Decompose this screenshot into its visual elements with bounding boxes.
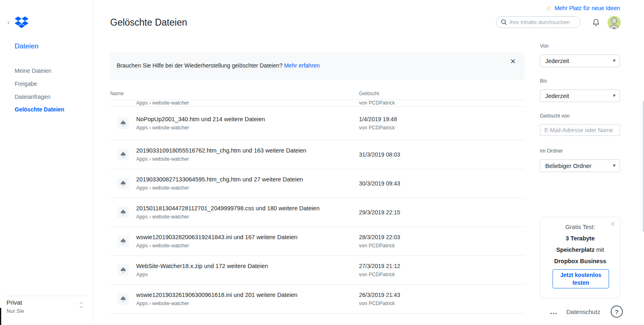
privacy-link[interactable]: Datenschutz: [566, 308, 600, 315]
filter-label-bis: Bis: [540, 78, 547, 84]
chevron-down-icon: ▾: [613, 92, 616, 98]
help-banner: Brauchen Sie Hilfe bei der Wiederherstel…: [110, 52, 524, 80]
deleted-by-field-wrap: [540, 124, 620, 136]
file-name[interactable]: wswie1201903282006319241843.ini und 167 …: [136, 234, 268, 240]
help-banner-text: Brauchen Sie Hilfe bei der Wiederherstel…: [117, 62, 320, 69]
screen-edge-artifact: [0, 308, 1, 325]
deleted-file-icon: [117, 264, 129, 276]
workspace-switcher-chevrons-icon[interactable]: [79, 301, 84, 310]
deleted-file-icon: [117, 118, 129, 129]
account-avatar[interactable]: [607, 16, 621, 29]
workspace-subtitle: Nur Sie: [7, 308, 24, 314]
file-path-breadcrumb[interactable]: Apps › website-watcher: [136, 100, 189, 106]
deleted-file-icon: [117, 236, 129, 247]
sidebar-footer-divider: [6, 296, 87, 296]
sidebar-collapse-icon[interactable]: ‹: [7, 18, 10, 26]
table-row[interactable]: 2015011813044728112701_2049999798.css un…: [110, 198, 524, 227]
deleted-by: von PCDPatrick: [359, 272, 400, 277]
upgrade-promo-link[interactable]: ☆Mehr Platz für neue Ideen: [546, 4, 620, 12]
file-name[interactable]: 2015011813044728112701_2049999798.css un…: [136, 205, 268, 212]
file-path-breadcrumb[interactable]: Apps › website-watcher: [136, 214, 268, 220]
sidebar-item-dateianfragen[interactable]: Dateianfragen: [15, 94, 50, 100]
sidebar-section-dateien[interactable]: Dateien: [15, 42, 39, 50]
dropbox-deleted-files-page: ‹ Dateien Meine Dateien Freigabe Dateian…: [0, 0, 644, 325]
more-options-icon[interactable]: …: [550, 307, 558, 316]
deleted-date: 1/4/2019 19:48: [359, 116, 397, 122]
sidebar-item-geloeschte-dateien[interactable]: Gelöschte Dateien: [15, 106, 64, 113]
promo-line-3: Speicherplatz mit: [540, 246, 620, 253]
filter-label-von: Von: [540, 43, 549, 49]
von-select-value: Jederzeit: [545, 58, 569, 64]
file-path-breadcrumb[interactable]: Apps › website-watcher: [136, 301, 268, 306]
page-title: Gelöschte Dateien: [110, 17, 187, 28]
trial-promo-card: × Gratis Test: 3 Terabyte Speicherplatz …: [540, 217, 620, 298]
deleted-by: von PCDPatrick: [359, 125, 397, 131]
promo-line-4: Dropbox Business: [540, 258, 620, 264]
sidebar: ‹ Dateien Meine Dateien Freigabe Dateian…: [0, 0, 94, 325]
workspace-title[interactable]: Privat: [7, 299, 22, 306]
filter-label-geloescht-von: Gelöscht von: [540, 113, 570, 119]
star-icon: ☆: [546, 4, 552, 12]
sidebar-item-freigabe[interactable]: Freigabe: [15, 81, 37, 87]
im-ordner-select[interactable]: Beliebiger Ordner ▾: [540, 159, 620, 172]
deleted-date: 28/3/2019 22:03: [359, 234, 400, 240]
file-name[interactable]: 201903310918055516762.htm_chg.htm und 16…: [136, 147, 268, 154]
dropbox-logo-icon[interactable]: [15, 15, 28, 29]
file-name[interactable]: wswie1201903261906300961618.ini und 201 …: [136, 292, 268, 298]
sidebar-item-meine-dateien[interactable]: Meine Dateien: [15, 68, 51, 74]
deleted-date: 29/3/2019 22:15: [359, 209, 400, 216]
file-path-breadcrumb[interactable]: Apps: [136, 272, 268, 277]
help-icon[interactable]: ?: [611, 305, 623, 318]
deleted-date: 26/3/2019 21:43: [359, 292, 400, 298]
deleted-date: 30/3/2019 09:43: [359, 180, 400, 187]
deleted-by: von PCDPatrick: [359, 243, 400, 249]
im-ordner-select-value: Beliebiger Ordner: [545, 163, 592, 169]
chevron-down-icon: ▾: [613, 57, 616, 63]
deleted-date: 31/3/2019 08:03: [359, 151, 400, 158]
filter-label-im-ordner: Im Ordner: [540, 148, 563, 154]
search-input[interactable]: [496, 16, 581, 28]
notifications-bell-icon[interactable]: [592, 18, 600, 27]
file-name[interactable]: 201903300827133064595.htm_chg.htm und 27…: [136, 176, 268, 183]
deleted-file-icon: [117, 293, 129, 305]
file-path-breadcrumb[interactable]: Apps › website-watcher: [136, 185, 268, 191]
table-header: Name Gelöscht: [110, 88, 524, 100]
table-row[interactable]: wswie1201903282006319241843.ini und 167 …: [110, 227, 524, 256]
upgrade-promo-label: Mehr Platz für neue Ideen: [555, 5, 620, 11]
promo-line-1: Gratis Test:: [540, 224, 620, 230]
table-row-partial[interactable]: Apps › website-watcher von PCDPatrick: [110, 100, 524, 107]
deleted-file-icon: [117, 207, 129, 218]
file-path-breadcrumb[interactable]: Apps › website-watcher: [136, 156, 268, 162]
promo-line-2: 3 Terabyte: [540, 235, 620, 242]
deleted-by: von PCDPatrick: [359, 100, 395, 106]
banner-close-icon[interactable]: ×: [510, 57, 516, 66]
column-header-name[interactable]: Name: [110, 91, 124, 96]
file-path-breadcrumb[interactable]: Apps › website-watcher: [136, 125, 268, 131]
deleted-by: von PCDPatrick: [359, 301, 400, 306]
deleted-file-icon: [117, 149, 129, 160]
table-row[interactable]: NoPopUp2001_340.htm und 214 weitere Date…: [110, 107, 524, 140]
von-select[interactable]: Jederzeit ▾: [540, 55, 620, 67]
deleted-by-field[interactable]: [540, 124, 620, 136]
bis-select-value: Jederzeit: [545, 93, 569, 99]
start-trial-button[interactable]: Jetzt kostenlos testen: [553, 269, 609, 288]
chevron-down-icon: ▾: [613, 162, 616, 168]
table-row[interactable]: wswie1201903261906300961618.ini und 201 …: [110, 285, 524, 314]
deleted-file-icon: [117, 178, 129, 189]
table-row[interactable]: 201903300827133064595.htm_chg.htm und 27…: [110, 169, 524, 198]
table-row[interactable]: WebSite-Watcher18.x.zip und 172 weitere …: [110, 256, 524, 285]
search-box: [496, 16, 581, 28]
file-name[interactable]: NoPopUp2001_340.htm und 214 weitere Date…: [136, 116, 268, 122]
deleted-files-list: Apps › website-watcher von PCDPatrick No…: [110, 100, 524, 314]
deleted-date: 27/3/2019 21:12: [359, 263, 400, 269]
table-row[interactable]: 201903310918055516762.htm_chg.htm und 16…: [110, 140, 524, 169]
bis-select[interactable]: Jederzeit ▾: [540, 89, 620, 102]
mehr-erfahren-link[interactable]: Mehr erfahren: [284, 62, 320, 69]
column-header-geloescht[interactable]: Gelöscht: [359, 91, 379, 96]
file-name[interactable]: WebSite-Watcher18.x.zip und 172 weitere …: [136, 263, 268, 269]
file-path-breadcrumb[interactable]: Apps › website-watcher: [136, 243, 268, 249]
